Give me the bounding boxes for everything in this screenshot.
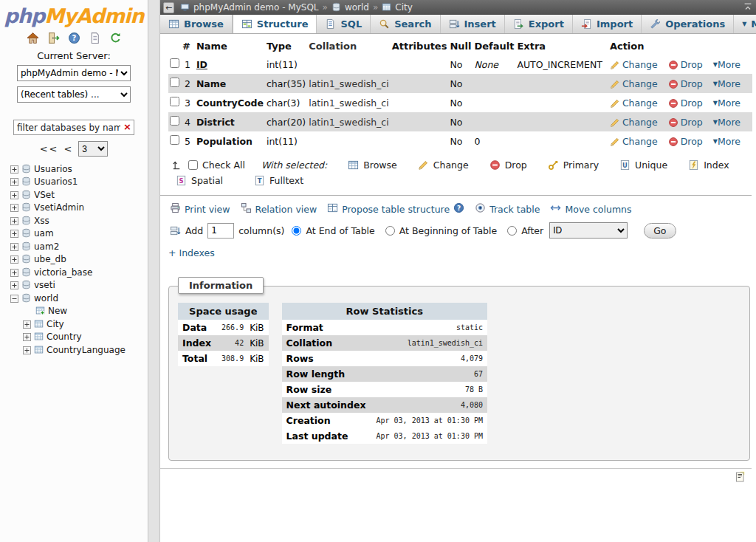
sidebar-item-new[interactable]: New — [0, 305, 148, 318]
tab-structure[interactable]: Structure — [233, 15, 317, 33]
tab-export[interactable]: Export — [505, 15, 573, 33]
sidebar-item-world[interactable]: world — [0, 292, 148, 305]
docs-icon[interactable] — [89, 32, 101, 47]
expand-icon[interactable] — [10, 216, 18, 226]
after-column-select[interactable]: ID — [549, 222, 628, 239]
sidebar-item-victoria-base[interactable]: victoria_base — [0, 266, 148, 279]
sidebar-item-vsetiadmin[interactable]: VsetiAdmin — [0, 202, 148, 215]
with-selected-index[interactable]: Index — [688, 159, 729, 171]
expand-icon[interactable] — [10, 176, 18, 187]
back-button[interactable]: ← — [163, 2, 174, 13]
radio-at-beginning-label[interactable]: At Beginning of Table — [399, 225, 497, 236]
row-checkbox[interactable] — [170, 58, 179, 68]
breadcrumb-database[interactable]: world — [345, 2, 369, 13]
expand-icon[interactable] — [23, 345, 31, 355]
row-checkbox[interactable] — [170, 78, 179, 87]
clear-filter-icon[interactable]: × — [123, 121, 131, 132]
with-selected-drop[interactable]: Drop — [489, 159, 527, 171]
with-selected-spatial[interactable]: SSpatial — [176, 175, 223, 186]
drop-link[interactable]: Drop — [668, 78, 703, 89]
sidebar-item-ube-db[interactable]: ube_db — [0, 253, 148, 267]
server-select[interactable]: phpMyAdmin demo - My — [17, 65, 131, 81]
expand-icon[interactable] — [10, 267, 18, 278]
tab-search[interactable]: Search — [371, 15, 440, 33]
reload-icon[interactable] — [109, 32, 122, 47]
sidebar-item-xss[interactable]: Xss — [0, 214, 148, 227]
change-link[interactable]: Change — [610, 117, 658, 128]
radio-at-end-label[interactable]: At End of Table — [306, 225, 374, 236]
sidebar-item-uam[interactable]: uam — [0, 227, 148, 241]
row-checkbox[interactable] — [170, 135, 179, 145]
sidebar-item-countrylanguage[interactable]: CountryLanguage — [0, 343, 148, 357]
with-selected-fulltext[interactable]: TFulltext — [254, 175, 303, 186]
drop-link[interactable]: Drop — [668, 59, 703, 70]
tab-browse[interactable]: Browse — [160, 15, 233, 33]
tab-insert[interactable]: Insert — [441, 15, 505, 33]
radio-at-end[interactable] — [292, 226, 301, 236]
more-link[interactable]: ▼More — [713, 136, 740, 147]
tab-import[interactable]: Import — [573, 15, 642, 33]
collapse-panel-icon[interactable] — [743, 1, 753, 14]
sidebar-item-country[interactable]: Country — [0, 331, 148, 344]
page-select[interactable]: 3 — [78, 141, 108, 157]
breadcrumb-table[interactable]: City — [395, 2, 413, 13]
sidebar-item-vseti[interactable]: vseti — [0, 279, 148, 292]
help-icon[interactable]: ? — [453, 202, 464, 216]
tab-more[interactable]: ▼More — [734, 15, 756, 33]
expand-icon[interactable] — [23, 319, 31, 329]
sidebar-item-uam2[interactable]: uam2 — [0, 240, 148, 253]
logout-icon[interactable] — [47, 32, 60, 47]
page-fast-back[interactable]: << — [40, 143, 59, 154]
expand-icon[interactable] — [10, 280, 18, 290]
expand-icon[interactable] — [10, 202, 18, 213]
sidebar-item-city[interactable]: City — [0, 318, 148, 331]
radio-after[interactable] — [507, 226, 517, 236]
tab-sql[interactable]: SQL — [317, 15, 371, 33]
expand-icon[interactable] — [10, 241, 18, 252]
more-link[interactable]: ▼More — [713, 117, 740, 128]
drop-link[interactable]: Drop — [668, 97, 703, 109]
add-count-input[interactable] — [207, 223, 234, 239]
propose-table-structure-link[interactable]: Propose table structure? — [327, 202, 464, 216]
page-back[interactable]: < — [63, 143, 73, 154]
with-selected-change[interactable]: Change — [418, 159, 469, 171]
expand-icon[interactable] — [23, 332, 31, 342]
expand-icon[interactable] — [10, 254, 18, 264]
filter-databases-input[interactable] — [13, 120, 134, 135]
change-link[interactable]: Change — [610, 136, 658, 147]
more-link[interactable]: ▼More — [713, 59, 740, 70]
row-checkbox[interactable] — [170, 97, 179, 106]
sidebar-item-vset[interactable]: VSet — [0, 188, 148, 202]
recent-tables-select[interactable]: (Recent tables) ... — [17, 86, 131, 103]
expand-icon[interactable] — [10, 190, 18, 200]
relation-view-link[interactable]: Relation view — [241, 202, 317, 216]
radio-after-label[interactable]: After — [521, 225, 543, 236]
check-all-checkbox[interactable] — [188, 160, 198, 170]
with-selected-primary[interactable]: Primary — [548, 159, 599, 171]
with-selected-unique[interactable]: UUnique — [619, 159, 667, 171]
row-checkbox[interactable] — [170, 116, 179, 126]
drop-link[interactable]: Drop — [668, 136, 703, 147]
with-selected-browse[interactable]: Browse — [348, 159, 397, 171]
panel-resize-handle[interactable] — [148, 0, 160, 542]
check-all-label[interactable]: Check All — [202, 159, 245, 171]
tab-operations[interactable]: Operations — [642, 15, 734, 33]
change-link[interactable]: Change — [610, 59, 658, 70]
track-table-link[interactable]: Track table — [475, 202, 540, 216]
drop-link[interactable]: Drop — [668, 117, 703, 128]
breadcrumb-server[interactable]: phpMyAdmin demo - MySQL — [193, 2, 319, 13]
sidebar-item-usuarios1[interactable]: Usuarios1 — [0, 176, 148, 189]
sidebar-item-usuarios[interactable]: Usuarios — [0, 162, 148, 176]
collapse-icon[interactable] — [10, 293, 18, 303]
more-link[interactable]: ▼More — [713, 97, 740, 109]
home-icon[interactable] — [27, 32, 39, 47]
print-view-link[interactable]: Print view — [170, 202, 230, 216]
move-columns-link[interactable]: Move columns — [550, 202, 631, 216]
go-button[interactable]: Go — [644, 223, 676, 239]
change-link[interactable]: Change — [610, 78, 658, 89]
indexes-link[interactable]: + Indexes — [168, 247, 215, 258]
help-icon[interactable]: ? — [68, 32, 80, 47]
phpmyadmin-logo[interactable]: phpMyAdmin — [0, 0, 148, 27]
more-link[interactable]: ▼More — [713, 78, 740, 89]
expand-icon[interactable] — [10, 164, 18, 174]
